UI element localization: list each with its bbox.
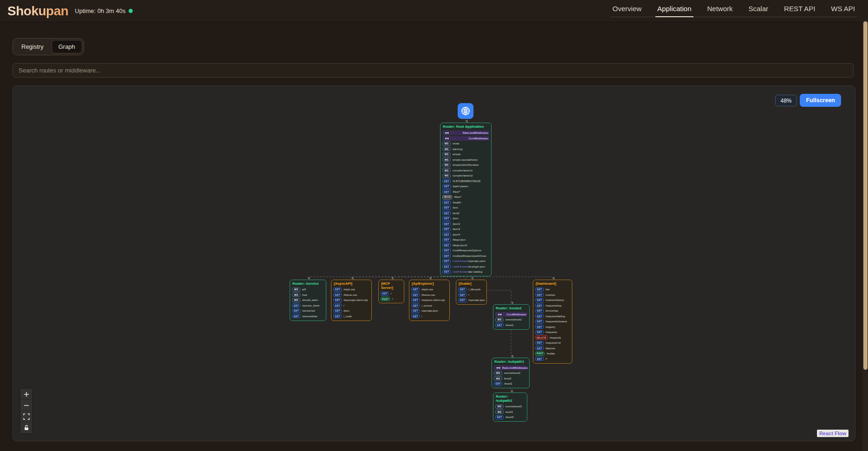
route-row[interactable]: GET/multipleResponsesAtOnce bbox=[442, 254, 489, 258]
route-row[interactable]: GET/service_fetch bbox=[292, 303, 324, 308]
route-row[interactable]: GET/path/:param bbox=[442, 184, 489, 189]
node-mcp-server[interactable]: [MCP Server]GET/POST/ bbox=[378, 280, 404, 303]
route-row[interactable]: GET/_lifecycle bbox=[458, 288, 485, 292]
route-row[interactable]: GET/ bbox=[411, 314, 447, 319]
globe-icon[interactable] bbox=[458, 103, 473, 119]
graph-canvas[interactable]: Router: Root ApplicationMWRateLimitMiddl… bbox=[13, 85, 855, 441]
route-row[interactable]: GET/asyncapi-client.mjs bbox=[333, 298, 369, 303]
route-row[interactable]: GET/explorer-client.mjs bbox=[411, 298, 447, 303]
middleware-row[interactable]: MWRateLimitMiddleware bbox=[494, 366, 527, 370]
route-row[interactable]: GET/_code bbox=[333, 314, 369, 319]
route-row[interactable]: GET/requests bbox=[535, 330, 570, 335]
route-row[interactable]: WSlevel2 bbox=[494, 376, 527, 381]
route-row[interactable]: GET/* bbox=[535, 357, 570, 361]
route-row[interactable]: GET/json2 bbox=[442, 222, 489, 226]
route-row[interactable]: GET/json4 bbox=[442, 232, 489, 237]
route-row[interactable]: WSfred bbox=[292, 293, 324, 297]
page-scrollbar[interactable] bbox=[862, 20, 868, 451]
nav-network[interactable]: Network bbox=[707, 5, 733, 13]
nav-scalar[interactable]: Scalar bbox=[749, 5, 769, 13]
route-row[interactable]: DELETE/requests bbox=[535, 335, 570, 340]
route-row[interactable]: GET/ws bbox=[535, 288, 570, 292]
route-row[interactable]: GET/theme.css bbox=[411, 293, 447, 297]
reactflow-attribution[interactable]: React Flow bbox=[817, 430, 849, 437]
route-row[interactable]: GET/.well-known/ai-plugin.json bbox=[442, 264, 489, 269]
route-row[interactable]: GET/style.css bbox=[333, 288, 369, 292]
route-row[interactable]: GET/requests/:id bbox=[535, 341, 570, 346]
node-dashboard[interactable]: [Dashboard]GET/wsGET/metricsGET/metrics/… bbox=[533, 280, 572, 364]
route-row[interactable]: WSshould_warn bbox=[292, 298, 324, 303]
fullscreen-button[interactable]: Fullscreen bbox=[800, 94, 841, 107]
node-scalar[interactable]: [Scalar]GET/_lifecycleGET/GET/openapi.js… bbox=[456, 280, 487, 305]
node-subpath2[interactable]: Router: /subpath2WSevents/level3WSlevel3… bbox=[493, 392, 527, 422]
middleware-row[interactable]: MWCorsMiddleware bbox=[495, 312, 527, 317]
route-row[interactable]: WSwarning bbox=[442, 147, 489, 151]
route-row[interactable]: HEAD/files/* bbox=[442, 195, 489, 200]
route-row[interactable]: WSsimple/otherDomains bbox=[442, 163, 489, 168]
node-nested[interactable]: Router: /nestedMWCorsMiddlewareWSevents/… bbox=[493, 304, 530, 330]
route-row[interactable]: WSlevel3 bbox=[495, 410, 525, 414]
route-row[interactable]: WSjeff bbox=[292, 288, 324, 292]
node-service[interactable]: Router: /serviceWSjeffWSfredWSshould_war… bbox=[290, 280, 326, 321]
route-row[interactable]: GET/requests/slowest bbox=[535, 320, 570, 324]
lock-button[interactable] bbox=[20, 422, 32, 433]
route-row[interactable]: GET/json bbox=[333, 309, 369, 314]
nav-application[interactable]: Application bbox=[657, 5, 691, 13]
nav-overview[interactable]: Overview bbox=[613, 5, 642, 13]
route-row[interactable]: GET/files/* bbox=[442, 190, 489, 194]
route-row[interactable]: GET/text2 bbox=[442, 211, 489, 216]
zoom-out-button[interactable] bbox=[20, 400, 32, 411]
route-row[interactable]: GET/ bbox=[333, 303, 369, 308]
route-row[interactable]: POST/ bbox=[381, 297, 402, 301]
route-row[interactable]: GET/metrics/history bbox=[535, 298, 570, 303]
route-row[interactable]: GET/failures bbox=[535, 346, 570, 351]
route-row[interactable]: GET/errors/top bbox=[535, 309, 570, 314]
route-row[interactable]: GET/metrics bbox=[535, 293, 570, 297]
route-row[interactable]: GET/_source bbox=[411, 303, 447, 308]
route-row[interactable]: WStrivial bbox=[442, 142, 489, 146]
route-row[interactable]: WSevents/level2 bbox=[494, 371, 527, 376]
route-row[interactable]: WSevents/level3 bbox=[495, 404, 525, 409]
scrollbar-thumb[interactable] bbox=[863, 21, 868, 370]
middleware-row[interactable]: MWCorsMiddleware bbox=[442, 136, 489, 141]
nav-ws-api[interactable]: WS API bbox=[831, 5, 855, 13]
route-row[interactable]: GET/wines/white bbox=[292, 314, 324, 319]
route-row[interactable]: GET/health bbox=[442, 200, 489, 205]
route-row[interactable]: GET/json bbox=[442, 216, 489, 221]
node-apiexplorer[interactable]: [ApiExplorer]GET/style.cssGET/theme.cssG… bbox=[409, 280, 450, 321]
nav-rest-api[interactable]: REST API bbox=[784, 5, 815, 13]
fit-view-button[interactable] bbox=[20, 411, 32, 422]
route-row[interactable]: WSsimple.specialAction bbox=[442, 157, 489, 162]
route-row[interactable]: GET/text bbox=[442, 206, 489, 210]
route-row[interactable]: GET/large-json bbox=[442, 238, 489, 242]
route-row[interactable]: GET/registry bbox=[535, 325, 570, 329]
route-row[interactable]: GET/wines/red bbox=[292, 309, 324, 314]
route-row[interactable]: WScomplex/action1 bbox=[442, 168, 489, 173]
middleware-row[interactable]: MWRateLimitMiddleware bbox=[442, 131, 489, 135]
route-row[interactable]: POST/replay bbox=[535, 352, 570, 356]
route-row[interactable]: GET/.well-known/api-catalog bbox=[442, 270, 489, 275]
route-row[interactable]: GET/theme.css bbox=[333, 293, 369, 297]
route-row[interactable]: GET/level2 bbox=[494, 382, 527, 386]
node-asyncapi[interactable]: [AsyncAPI]GET/style.cssGET/theme.cssGET/… bbox=[331, 280, 372, 321]
tab-graph[interactable]: Graph bbox=[52, 40, 82, 53]
node-root[interactable]: Router: Root ApplicationMWRateLimitMiddl… bbox=[440, 123, 492, 276]
route-row[interactable]: GET/large-json2 bbox=[442, 243, 489, 248]
route-row[interactable]: WScomplex/action2 bbox=[442, 174, 489, 178]
tab-registry[interactable]: Registry bbox=[14, 40, 51, 53]
zoom-in-button[interactable] bbox=[20, 389, 32, 400]
node-subpath1[interactable]: Router: /subpath1MWRateLimitMiddlewareWS… bbox=[492, 358, 530, 388]
route-row[interactable]: WSevents/level1 bbox=[495, 318, 527, 322]
route-row[interactable]: GET/level1 bbox=[495, 323, 527, 327]
route-row[interactable]: GET/json3 bbox=[442, 227, 489, 232]
route-row[interactable]: GET/ bbox=[381, 291, 402, 296]
search-input[interactable] bbox=[13, 63, 854, 78]
route-row[interactable]: GET/style.css bbox=[411, 288, 447, 292]
route-row[interactable]: GET/requests/top bbox=[535, 303, 570, 308]
route-row[interactable]: GET/level3 bbox=[495, 415, 525, 419]
route-row[interactable]: GET/.well-known/openapi.yaml bbox=[442, 259, 489, 264]
route-row[interactable]: GET/0.8723845850705226 bbox=[442, 179, 489, 183]
route-row[interactable]: GET/ bbox=[458, 293, 485, 297]
route-row[interactable]: GET/requests/failing bbox=[535, 314, 570, 319]
route-row[interactable]: GET/openapi.json bbox=[411, 309, 447, 314]
